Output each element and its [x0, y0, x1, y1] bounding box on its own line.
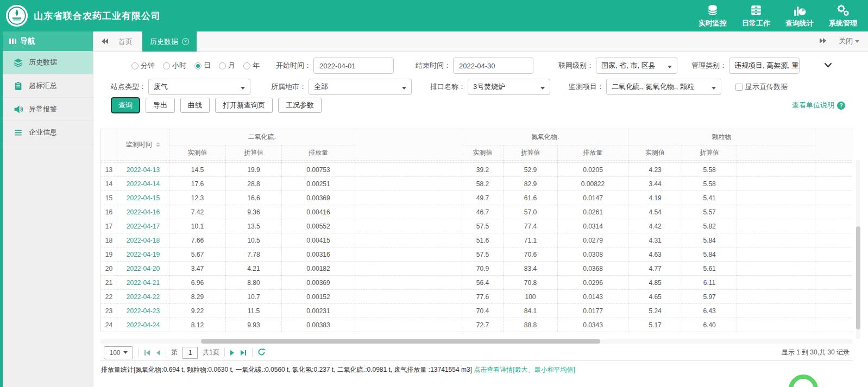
- last-page-button[interactable]: [240, 350, 247, 356]
- close-tab-icon[interactable]: ×: [182, 38, 189, 45]
- nav-system-management[interactable]: 系统管理: [829, 4, 857, 28]
- spacer-cell: [737, 262, 815, 276]
- date-cell[interactable]: 2022-04-22: [117, 290, 169, 304]
- radio-minute[interactable]: 分钟: [131, 61, 155, 71]
- date-cell[interactable]: 2022-04-16: [117, 205, 169, 219]
- direct-data-checkbox-wrap[interactable]: 显示直传数据: [735, 82, 788, 92]
- pagination-bar: 100 第 共1页 显示 1 到: [100, 345, 853, 361]
- spacer-cell: [737, 191, 815, 205]
- monitor-item-select[interactable]: 二氧化硫., 氮氧化物., 颗粒: [606, 79, 721, 95]
- value-cell: 56.4: [462, 276, 504, 290]
- export-button[interactable]: 导出: [146, 98, 175, 113]
- value-cell: 0.00251: [282, 177, 355, 191]
- spacer-cell: [737, 318, 815, 332]
- value-cell: 6.40: [682, 318, 737, 332]
- network-level-select[interactable]: 国家, 省, 市, 区县: [596, 58, 677, 74]
- date-cell[interactable]: 2022-04-21: [117, 276, 169, 290]
- chevron-down-icon: [855, 40, 859, 43]
- date-cell[interactable]: 2022-04-24: [117, 318, 169, 332]
- start-date-input[interactable]: [313, 58, 394, 74]
- sidebar-item-company-info[interactable]: 企业信息: [3, 121, 93, 144]
- nav-daily-work[interactable]: 日常工作: [742, 4, 770, 28]
- start-time-label: 开始时间：: [276, 61, 311, 71]
- city-select[interactable]: 全部: [309, 79, 412, 95]
- new-query-page-button[interactable]: 打开新查询页: [215, 98, 273, 113]
- scroll-tabs-left-icon[interactable]: [101, 38, 109, 45]
- value-cell: 5.84: [682, 233, 737, 248]
- table-row: 182022-04-187.6610.50.0041551.671.10.027…: [101, 233, 853, 248]
- value-cell: 49.7: [462, 191, 504, 205]
- radio-icon: [243, 62, 250, 69]
- value-cell: 77.4: [504, 219, 558, 233]
- sidebar-item-history-data[interactable]: 历史数据: [3, 51, 93, 74]
- value-cell: 8.12: [169, 318, 226, 332]
- radio-hour[interactable]: 小时: [163, 61, 186, 71]
- unit-help-link[interactable]: 查看单位说明 ?: [792, 100, 845, 110]
- data-table-wrap: 监测时间 二氧化硫. 氮氧化物. 颗粒物 实测值 折算值 排放量 实测值: [100, 129, 853, 332]
- next-page-button[interactable]: [230, 350, 235, 356]
- spacer-cell: [737, 233, 815, 248]
- query-button[interactable]: 查询: [111, 97, 140, 113]
- prev-page-button[interactable]: [155, 350, 161, 356]
- date-cell[interactable]: 2022-04-15: [117, 191, 169, 205]
- nav-query-statistics[interactable]: 查询统计: [785, 4, 814, 28]
- date-cell[interactable]: 2022-04-20: [117, 262, 169, 276]
- sidebar-title: 导航: [3, 31, 93, 51]
- tab-bar: 首页 历史数据 × 关闭: [93, 31, 868, 52]
- page-size-select[interactable]: 100: [104, 346, 133, 359]
- radio-day[interactable]: 日: [194, 61, 211, 71]
- sidebar-item-abnormal-alarm[interactable]: 异常报警: [3, 98, 93, 121]
- sidebar-item-label: 异常报警: [29, 104, 57, 114]
- statistics-text: 排放量统计[氮氧化物:0.694 t, 颗粒物:0.0630 t, 一氧化碳.:…: [101, 366, 474, 373]
- row-index: 24: [101, 318, 117, 332]
- radio-month[interactable]: 月: [219, 61, 235, 71]
- date-cell[interactable]: 2022-04-18: [117, 233, 169, 248]
- working-condition-button[interactable]: 工况参数: [278, 98, 322, 113]
- tab-history-data[interactable]: 历史数据 ×: [142, 31, 197, 52]
- scroll-tabs-right-icon[interactable]: [819, 37, 827, 46]
- date-cell[interactable]: 2022-04-23: [117, 304, 169, 318]
- emission-statistics: 排放量统计[氮氧化物:0.694 t, 颗粒物:0.0630 t, 一氧化碳.:…: [101, 365, 575, 375]
- row-index: 19: [101, 248, 117, 262]
- sidebar: 导航 历史数据 超标汇总 异常报警: [0, 31, 93, 387]
- first-page-button[interactable]: [143, 350, 150, 356]
- value-cell: 10.7: [226, 290, 282, 304]
- value-cell: 0.0308: [558, 248, 628, 262]
- date-cell[interactable]: 2022-04-14: [117, 177, 169, 191]
- close-tabs-menu[interactable]: 关闭: [839, 36, 859, 46]
- manage-type-select[interactable]: 违规项目, 高架源, 重点排: [729, 58, 800, 74]
- value-cell: 13.5: [226, 219, 282, 233]
- radio-year[interactable]: 年: [243, 61, 260, 71]
- clipboard-icon: [14, 81, 23, 91]
- view-detail-link[interactable]: 点击查看详情[最大、最小和平均值]: [474, 366, 575, 373]
- value-cell: 0.00182: [282, 262, 355, 276]
- station-type-select[interactable]: 废气: [148, 79, 250, 95]
- row-index: 15: [101, 191, 117, 205]
- date-cell[interactable]: 2022-04-13: [117, 163, 169, 177]
- horizontal-scrollbar-thumb[interactable]: [201, 339, 600, 344]
- table-row: 152022-04-1512.316.60.0036949.761.60.014…: [101, 191, 853, 205]
- curve-button[interactable]: 曲线: [180, 98, 210, 113]
- collapse-filter-chevron-icon[interactable]: [824, 60, 832, 70]
- page-number-input[interactable]: [183, 347, 198, 359]
- refresh-icon[interactable]: [257, 348, 266, 358]
- tab-home[interactable]: 首页: [109, 31, 142, 52]
- sidebar-item-exceed-summary[interactable]: 超标汇总: [3, 74, 93, 98]
- value-cell: 4.65: [628, 290, 682, 304]
- value-cell: 17.6: [169, 177, 226, 191]
- date-cell[interactable]: 2022-04-19: [117, 248, 169, 262]
- value-cell: 0.00753: [282, 163, 355, 177]
- spacer-cell: [815, 177, 853, 191]
- company-logo-icon: [5, 4, 28, 27]
- divider: [166, 348, 166, 357]
- end-date-input[interactable]: [453, 58, 533, 74]
- date-cell[interactable]: 2022-04-17: [117, 219, 169, 233]
- sort-icon: [156, 142, 160, 147]
- outlet-name-select[interactable]: 3号焚烧炉: [468, 79, 550, 95]
- value-cell: 0.00416: [282, 205, 355, 219]
- vertical-scrollbar-thumb[interactable]: [856, 226, 860, 329]
- value-cell: 70.6: [504, 248, 558, 262]
- value-cell: 46.7: [462, 205, 504, 219]
- nav-realtime-monitoring[interactable]: 实时监控: [699, 4, 727, 28]
- time-column-header[interactable]: 监测时间: [117, 129, 169, 161]
